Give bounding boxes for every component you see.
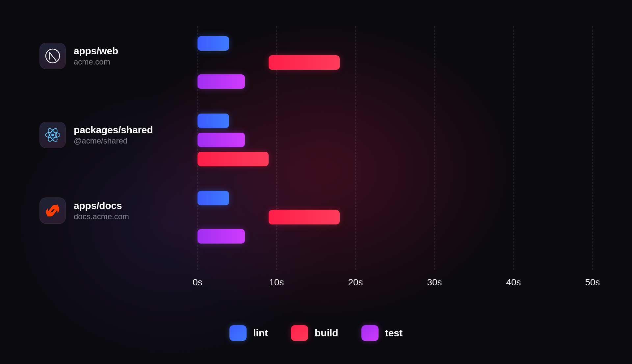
chart-y-labels: apps/web acme.com packa <box>40 26 198 270</box>
legend-label: build <box>315 327 338 339</box>
legend-label: lint <box>253 327 268 339</box>
bar-test <box>198 133 245 147</box>
chart-legend: lint build test <box>0 325 632 341</box>
bar-build <box>198 152 269 166</box>
legend-label: test <box>385 327 403 339</box>
gridline <box>592 26 593 270</box>
gridline <box>514 26 514 270</box>
group-subtitle: acme.com <box>74 57 118 66</box>
legend-swatch-build <box>291 325 308 341</box>
bar-build <box>269 210 340 224</box>
group-name: apps/web <box>74 45 118 57</box>
gridline <box>356 26 356 270</box>
legend-swatch-test <box>361 325 379 341</box>
x-tick-label: 20s <box>348 277 363 288</box>
gridline <box>434 26 435 270</box>
legend-item-test: test <box>361 325 403 341</box>
x-tick-label: 0s <box>193 277 202 288</box>
group-subtitle: docs.acme.com <box>74 212 129 221</box>
legend-item-build: build <box>291 325 338 341</box>
x-tick-label: 40s <box>506 277 521 288</box>
x-tick-label: 10s <box>269 277 284 288</box>
nextjs-icon <box>40 43 66 69</box>
x-tick-label: 50s <box>585 277 600 288</box>
svelte-icon <box>40 197 66 224</box>
group-label-apps-web: apps/web acme.com <box>40 43 118 69</box>
bar-build <box>269 55 340 70</box>
group-label-apps-docs: apps/docs docs.acme.com <box>40 197 129 224</box>
bar-test <box>198 229 245 244</box>
bar-lint <box>198 191 229 205</box>
bar-test <box>198 74 245 89</box>
bar-lint <box>198 36 229 51</box>
timeline-chart: apps/web acme.com packa <box>40 26 592 270</box>
react-icon <box>40 122 66 148</box>
chart-plot-area: 0s10s20s30s40s50s <box>198 26 592 270</box>
svg-point-1 <box>51 134 54 136</box>
bar-lint <box>198 114 229 128</box>
group-subtitle: @acme/shared <box>74 136 153 145</box>
group-name: apps/docs <box>74 200 129 211</box>
legend-item-lint: lint <box>229 325 268 341</box>
group-label-packages-shared: packages/shared @acme/shared <box>40 122 153 148</box>
x-tick-label: 30s <box>427 277 442 288</box>
group-name: packages/shared <box>74 124 153 136</box>
legend-swatch-lint <box>229 325 247 341</box>
